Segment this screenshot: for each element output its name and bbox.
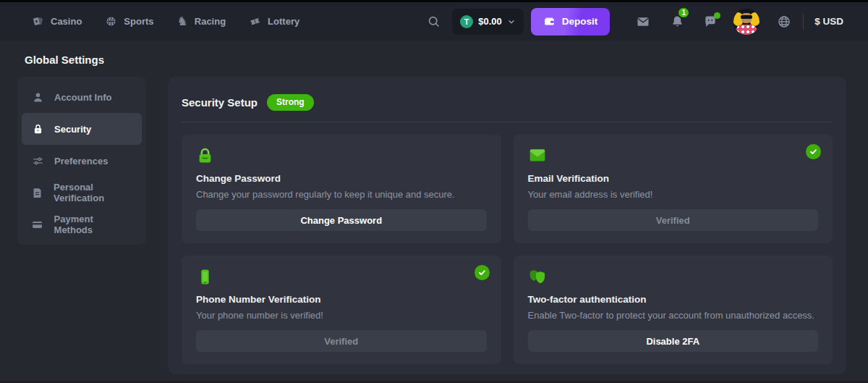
sidebar-item-label: Payment Methods xyxy=(54,214,132,235)
card-description: Your email address is verified! xyxy=(528,189,819,200)
nav-label: Casino xyxy=(51,16,82,27)
nav-label: Racing xyxy=(195,16,226,27)
nav-label: Sports xyxy=(124,16,153,27)
security-setup-panel: Security Setup Strong Change Password Ch… xyxy=(168,77,846,374)
deposit-label: Deposit xyxy=(562,16,598,27)
card-description: Change your password regularly to keep i… xyxy=(196,189,487,200)
app-root: Casino Sports ♞ Racing Lottery xyxy=(0,0,868,383)
settings-sidebar: Account Info Security Preferences Person… xyxy=(17,77,146,245)
card-description: Enable Two-factor to protect your accoun… xyxy=(528,310,819,321)
card-title: Phone Number Verification xyxy=(196,294,487,305)
email-verified-button[interactable]: Verified xyxy=(528,209,819,231)
sidebar-item-label: Security xyxy=(54,124,91,135)
lottery-ticket-icon xyxy=(249,15,261,28)
user-avatar[interactable] xyxy=(733,9,760,35)
tether-coin-icon: T xyxy=(460,15,473,28)
sidebar-item-label: Preferences xyxy=(54,156,108,167)
sidebar-item-personal-verification[interactable]: Personal Verification xyxy=(22,177,142,209)
change-password-button[interactable]: Change Password xyxy=(196,209,487,231)
card-title: Two-factor authentication xyxy=(528,294,819,305)
horse-racing-icon: ♞ xyxy=(177,15,188,28)
topbar-right: T $0.00 Deposit 1 xyxy=(427,8,843,35)
change-password-card: Change Password Change your password reg… xyxy=(182,135,501,243)
search-icon[interactable] xyxy=(427,14,441,28)
nav-racing[interactable]: ♞ Racing xyxy=(177,15,226,28)
sidebar-item-payment-methods[interactable]: Payment Methods xyxy=(22,209,142,240)
phone-verification-card: Phone Number Verification Your phone num… xyxy=(182,256,501,364)
sidebar-item-label: Personal Verification xyxy=(54,182,132,203)
wallet-balance-dropdown[interactable]: T $0.00 xyxy=(452,9,524,35)
verified-check-icon xyxy=(475,265,490,280)
sidebar-item-account-info[interactable]: Account Info xyxy=(22,81,142,113)
sidebar-item-security[interactable]: Security xyxy=(22,113,142,145)
shields-green-icon xyxy=(528,266,819,286)
phone-green-icon xyxy=(196,266,487,286)
verified-check-icon xyxy=(806,144,821,159)
balance-amount: $0.00 xyxy=(478,16,502,27)
panel-divider xyxy=(182,122,833,122)
basketball-icon xyxy=(105,15,117,28)
sidebar-item-preferences[interactable]: Preferences xyxy=(22,145,142,177)
security-strength-badge: Strong xyxy=(267,94,314,111)
person-icon xyxy=(31,91,44,104)
panel-header: Security Setup Strong xyxy=(182,94,833,111)
nav-lottery[interactable]: Lottery xyxy=(249,15,299,28)
lock-icon xyxy=(31,123,44,135)
nav-sports[interactable]: Sports xyxy=(105,15,153,28)
currency-label: $ USD xyxy=(814,16,843,27)
card-title: Change Password xyxy=(196,173,487,184)
nav-label: Lottery xyxy=(268,16,299,27)
currency-selector[interactable]: $ USD xyxy=(814,16,843,27)
page-title: Global Settings xyxy=(25,54,104,66)
phone-verified-button[interactable]: Verified xyxy=(196,330,487,352)
notifications-button[interactable]: 1 xyxy=(671,14,684,28)
wallet-icon xyxy=(543,15,556,28)
notification-count-badge: 1 xyxy=(677,7,690,19)
card-description: Your phone number is verified! xyxy=(196,310,487,321)
panel-title: Security Setup xyxy=(182,96,258,109)
disable-2fa-button[interactable]: Disable 2FA xyxy=(528,330,819,352)
sidebar-item-label: Account Info xyxy=(54,92,111,103)
casino-cards-icon xyxy=(32,15,44,28)
chat-online-dot xyxy=(714,12,720,19)
nav-casino[interactable]: Casino xyxy=(32,15,82,28)
deposit-button[interactable]: Deposit xyxy=(531,8,610,35)
chat-button[interactable] xyxy=(703,14,718,29)
padlock-green-icon xyxy=(196,146,487,165)
chevron-down-icon xyxy=(507,17,516,26)
globe-language-icon[interactable] xyxy=(777,14,791,29)
topbar-divider xyxy=(803,14,804,30)
mail-icon[interactable] xyxy=(636,14,650,29)
two-factor-card: Two-factor authentication Enable Two-fac… xyxy=(514,256,833,364)
credit-card-icon xyxy=(31,219,44,231)
security-cards-grid: Change Password Change your password reg… xyxy=(182,135,833,364)
document-icon xyxy=(31,187,43,199)
email-verification-card: Email Verification Your email address is… xyxy=(514,135,833,243)
primary-nav: Casino Sports ♞ Racing Lottery xyxy=(32,15,299,28)
top-navbar: Casino Sports ♞ Racing Lottery xyxy=(0,0,868,41)
envelope-green-icon xyxy=(528,146,819,165)
card-title: Email Verification xyxy=(528,173,819,184)
sliders-icon xyxy=(31,155,44,167)
